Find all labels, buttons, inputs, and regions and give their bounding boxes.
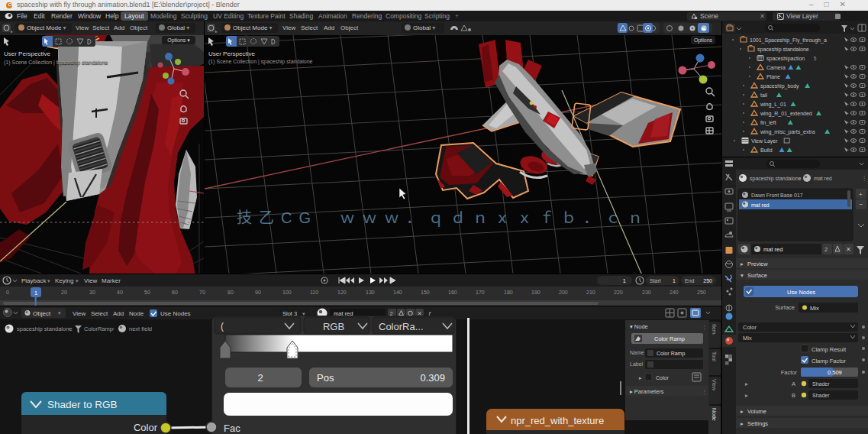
svg-text:wing_R_01_extended: wing_R_01_extended bbox=[760, 111, 812, 117]
svg-text:Clamp Factor: Clamp Factor bbox=[812, 358, 847, 364]
svg-text:Shader to RGB: Shader to RGB bbox=[47, 399, 118, 410]
svg-text:⋮: ⋮ bbox=[702, 324, 707, 329]
svg-text:npr_red_with_texture: npr_red_with_texture bbox=[511, 415, 604, 426]
svg-text:2: 2 bbox=[257, 372, 263, 384]
svg-text:Color: Color bbox=[743, 324, 757, 331]
svg-text:Surface: Surface bbox=[775, 304, 795, 311]
svg-text:Plane: Plane bbox=[766, 74, 780, 79]
svg-text:Node: Node bbox=[129, 310, 144, 317]
svg-text:Volume: Volume bbox=[747, 408, 766, 415]
svg-text:1: 1 bbox=[34, 290, 37, 296]
svg-text:Factor: Factor bbox=[781, 369, 798, 376]
svg-text:View Layer: View Layer bbox=[751, 138, 778, 144]
svg-text:spaceship standalone: spaceship standalone bbox=[17, 326, 73, 332]
svg-text:Use Nodes: Use Nodes bbox=[787, 289, 815, 296]
svg-text:Shader: Shader bbox=[812, 381, 830, 387]
svg-text:⋮: ⋮ bbox=[702, 389, 707, 394]
svg-text:Settings: Settings bbox=[747, 420, 768, 427]
svg-text:wing_misc_parts_extra: wing_misc_parts_extra bbox=[760, 129, 815, 135]
svg-text:▸: ▸ bbox=[639, 375, 642, 381]
svg-text:▾ Node: ▾ Node bbox=[630, 323, 648, 330]
svg-text:1: 1 bbox=[673, 278, 676, 283]
svg-text:mat red: mat red bbox=[763, 246, 782, 253]
svg-text:Color Ramp: Color Ramp bbox=[654, 335, 685, 342]
svg-text:1: 1 bbox=[623, 277, 626, 284]
svg-text:End: End bbox=[685, 278, 695, 283]
svg-text:Preview: Preview bbox=[747, 261, 768, 267]
svg-text:ColorRamp: ColorRamp bbox=[84, 326, 113, 332]
svg-text:Marker: Marker bbox=[102, 277, 121, 284]
svg-text:Clamp Result: Clamp Result bbox=[812, 346, 847, 353]
svg-text:spaceship standalone: spaceship standalone bbox=[750, 176, 802, 182]
svg-text:+: + bbox=[859, 191, 863, 198]
svg-text:−: − bbox=[860, 201, 863, 208]
svg-text:▾: ▾ bbox=[58, 310, 61, 316]
svg-text:▸: ▸ bbox=[745, 392, 748, 399]
svg-text:spaceshipaction: spaceshipaction bbox=[766, 56, 805, 62]
svg-text:Label: Label bbox=[630, 361, 644, 367]
svg-text:View: View bbox=[73, 310, 86, 317]
svg-text:Object: Object bbox=[33, 310, 51, 317]
svg-text:RGB: RGB bbox=[323, 321, 344, 332]
svg-text:Mix: Mix bbox=[743, 335, 752, 342]
svg-text:next field: next field bbox=[129, 326, 152, 332]
svg-text:View: View bbox=[84, 277, 97, 284]
svg-text:Shader: Shader bbox=[812, 393, 830, 398]
svg-text:wing_L_01: wing_L_01 bbox=[760, 102, 786, 108]
svg-text:Use Nodes: Use Nodes bbox=[160, 310, 191, 317]
svg-text:Color: Color bbox=[656, 375, 669, 381]
svg-text:(: ( bbox=[221, 321, 224, 332]
svg-text:A: A bbox=[792, 381, 795, 387]
svg-text:⋮: ⋮ bbox=[861, 175, 867, 182]
svg-text:Color Ramp: Color Ramp bbox=[657, 351, 685, 357]
svg-text:Surface: Surface bbox=[747, 272, 767, 279]
svg-text:mat red: mat red bbox=[814, 176, 832, 181]
svg-text:Select: Select bbox=[91, 310, 108, 317]
svg-text:Keying: Keying bbox=[55, 277, 73, 284]
svg-text:›: › bbox=[69, 326, 71, 332]
svg-text:▸: ▸ bbox=[741, 420, 744, 427]
svg-text:Dawn Front Base 017: Dawn Front Base 017 bbox=[751, 193, 803, 198]
svg-text:250: 250 bbox=[703, 278, 712, 283]
svg-text:▸ Parameters: ▸ Parameters bbox=[630, 388, 664, 395]
svg-text:▸: ▸ bbox=[745, 381, 748, 387]
svg-text:Pos: Pos bbox=[317, 372, 334, 384]
svg-text:Name: Name bbox=[630, 350, 644, 355]
svg-text:✕: ✕ bbox=[846, 246, 851, 253]
svg-text:Camera: Camera bbox=[766, 65, 786, 70]
svg-text:0.309: 0.309 bbox=[420, 372, 445, 384]
svg-text:▾: ▾ bbox=[741, 272, 744, 279]
svg-text:▸: ▸ bbox=[741, 408, 744, 415]
svg-text:1001_Spaceship_Fly_through_a: 1001_Spaceship_Fly_through_a bbox=[750, 37, 827, 44]
svg-text:▸: ▸ bbox=[741, 261, 744, 267]
svg-text:B: B bbox=[792, 392, 795, 399]
svg-text:spaceship standalone: spaceship standalone bbox=[757, 47, 809, 53]
svg-text:›: › bbox=[112, 326, 115, 332]
svg-text:▾: ▾ bbox=[76, 278, 79, 283]
svg-text:Mix: Mix bbox=[810, 305, 819, 312]
svg-text:▾: ▾ bbox=[47, 278, 50, 283]
svg-text:fin_left: fin_left bbox=[760, 120, 776, 126]
svg-text:tail: tail bbox=[760, 92, 767, 98]
svg-text:Playback: Playback bbox=[21, 277, 47, 284]
svg-text:ColorRa...: ColorRa... bbox=[379, 321, 424, 332]
svg-text:Start: Start bbox=[650, 278, 661, 283]
svg-text:5: 5 bbox=[814, 56, 817, 61]
svg-text:spaceship_body: spaceship_body bbox=[760, 83, 799, 89]
svg-text:mat red: mat red bbox=[751, 202, 770, 208]
svg-text:Add: Add bbox=[113, 310, 124, 317]
svg-text:2: 2 bbox=[824, 246, 828, 253]
svg-text:0.509: 0.509 bbox=[828, 369, 842, 376]
svg-text:Build: Build bbox=[760, 147, 773, 153]
